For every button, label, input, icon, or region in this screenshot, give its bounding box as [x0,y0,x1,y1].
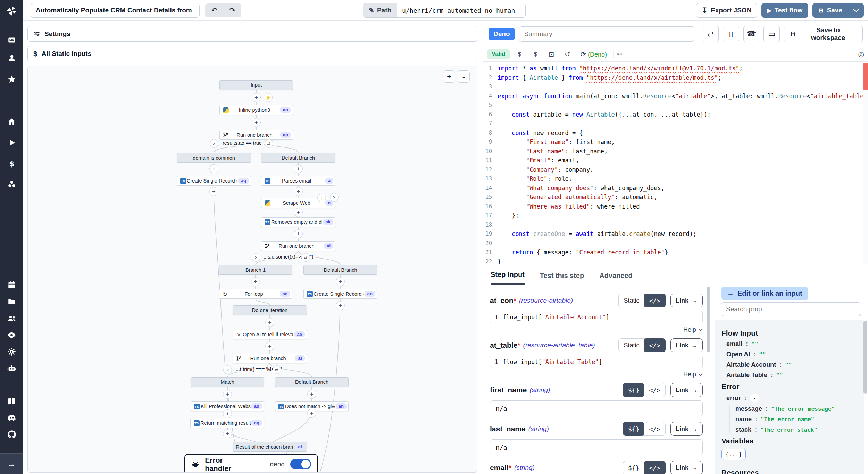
edit-or-link-input-button[interactable]: ← Edit or link an input [721,287,808,300]
code-mode-button[interactable]: </> [644,422,665,435]
prop-scrollbar[interactable] [863,321,867,473]
dollar-icon[interactable]: $ [513,50,526,58]
remove-branch-icon[interactable]: × [223,365,232,374]
add-step-icon[interactable]: + [294,187,303,196]
field-code-editor[interactable]: 1flow_input["Airtable Account"] [490,311,703,323]
flow-node-a[interactable]: TSParses emaila [261,176,335,186]
add-step-icon[interactable]: + [251,277,260,286]
link-button[interactable]: Link → [670,383,703,397]
mobile-view-icon[interactable]: ▯ [723,26,739,42]
swap-branches-icon[interactable]: ⇄ [265,139,273,148]
star-icon[interactable] [0,72,23,86]
graph-zoom-in-button[interactable]: + [443,70,455,83]
code-mode-button[interactable]: </> [644,383,665,397]
flow-node-ak[interactable]: TSRemoves empty and duplicatesak [261,217,335,227]
add-step-icon[interactable]: + [252,93,261,102]
redo-button[interactable]: ↷ [223,3,241,17]
editor-scrollbar[interactable] [863,62,868,264]
code-mode-button[interactable]: </> [644,338,666,352]
field-value-input[interactable]: n/a [490,400,703,416]
fields-scrollbar[interactable] [707,287,710,433]
tab-step-input[interactable]: Step Input [491,271,525,285]
flow-node-aq[interactable]: TSCreate Single Record (Airtable)aq [177,176,251,186]
trigger-lightning-icon[interactable]: ⚡ [264,93,273,102]
move-icon[interactable]: + [317,194,326,202]
prop-item-airtable-table[interactable]: Airtable Table:"" [726,372,864,379]
undo-rotate-icon[interactable]: ↺ [561,50,574,58]
add-step-icon[interactable]: + [223,409,232,418]
save-dropdown-button[interactable] [848,3,864,18]
test-flow-button[interactable]: ▶ Test flow [761,3,808,18]
prop-item-name[interactable]: name:"The error name" [735,416,864,423]
link-button[interactable]: Link → [670,294,703,307]
add-step-icon[interactable]: + [294,229,303,238]
panel-layout-icon[interactable]: ▭ [763,26,780,42]
flow-node-b1[interactable]: Branch 1 [219,265,292,275]
add-step-icon[interactable]: + [252,118,261,127]
flow-node-al[interactable]: Run one branchal [261,241,335,251]
reload-deno-button[interactable]: ⟳ (Deno) [577,50,610,58]
swap-arrows-icon[interactable]: ⇄ [703,26,719,42]
add-step-icon[interactable]: + [294,208,303,217]
link-button[interactable]: Link → [670,338,703,352]
settings-gear-icon[interactable] [0,345,23,358]
export-json-button[interactable]: ↧ Export JSON [696,3,758,18]
code-line[interactable]: 6 const airtable = new Airtable({...at_c… [483,110,868,119]
package-icon[interactable]: ⊡ [545,50,558,58]
code-line[interactable]: 12 "Company": company, [483,165,868,175]
format-brush-icon[interactable]: ✑ [613,50,626,58]
flow-node-defb1[interactable]: Default Branch [261,153,335,163]
static-mode-button[interactable]: Static [619,339,644,352]
remove-branch-icon[interactable]: × [210,139,218,148]
code-line[interactable]: 16 "Where was filled": where_filled [483,202,868,211]
folders-icon[interactable] [0,295,23,308]
phone-incoming-icon[interactable]: ☎ [743,26,760,42]
add-step-icon[interactable]: + [223,390,232,399]
variables-pill-button[interactable]: {...} [721,449,746,460]
flow-node-input[interactable]: Input [219,80,293,90]
prop-item-open-ai[interactable]: Open AI:"" [726,351,864,358]
flow-graph-canvas[interactable]: + - InputInline python3aoRun one brancha… [27,66,477,473]
code-line[interactable]: 18 [483,220,868,230]
code-line[interactable]: 13 "Role": role, [483,174,868,184]
add-step-icon[interactable]: + [265,342,274,351]
error-handler-toggle[interactable] [290,459,311,469]
swap-branches-icon[interactable]: ⇄ [273,365,281,374]
prop-item-message[interactable]: message:"The error message" [735,405,864,413]
prop-item-error[interactable]: error:- [726,394,864,402]
path-value[interactable]: u/henri/crm_automated_no_human [397,3,525,17]
add-step-icon[interactable]: + [336,301,345,310]
flow-title-input[interactable] [31,3,200,18]
tab-advanced[interactable]: Advanced [599,272,633,285]
code-line[interactable]: 8 const new_record = { [483,128,868,138]
focus-target-icon[interactable]: ◎ [858,50,864,58]
code-line[interactable]: 2import { Airtable } from "https://deno.… [483,73,868,83]
field-value-input[interactable]: n/a [490,439,703,455]
home-icon[interactable] [0,115,23,129]
code-mode-button[interactable]: </> [644,461,666,474]
prop-item-airtable-account[interactable]: Airtable Account:"" [726,361,864,369]
code-line[interactable]: 5 [483,101,868,110]
runs-play-icon[interactable] [0,136,23,150]
add-step-icon[interactable]: + [307,390,316,399]
code-line[interactable]: 15 "Generated automatically": automatic, [483,193,868,202]
prop-search-input[interactable] [721,302,861,316]
flow-node-defb2[interactable]: Default Branch [303,265,377,275]
code-line[interactable]: 4export async function main(at_con: wmil… [483,92,868,101]
settings-panel-button[interactable]: Settings [27,26,477,42]
flow-node-domain[interactable]: domain is common [177,153,251,163]
groups-users-icon[interactable] [0,311,23,325]
code-editor[interactable]: 1import * as wmill from "https://deno.la… [483,62,868,264]
add-step-icon[interactable]: + [209,164,218,173]
resources-spinner-icon[interactable] [0,177,23,191]
collapse-sidebar-arrow-icon[interactable]: → [0,453,23,474]
flow-node-defb3[interactable]: Default Branch [275,377,349,387]
graph-zoom-out-button[interactable]: - [458,70,470,83]
add-step-icon[interactable]: + [223,429,232,438]
save-button[interactable]: Save [812,3,848,18]
swap-branches-icon[interactable]: ⇄ [301,253,310,262]
code-line[interactable]: 20 [483,239,868,248]
tab-test-this-step[interactable]: Test this step [540,272,584,285]
flow-node-doone[interactable]: Do one iteration [233,305,307,315]
code-line[interactable]: 17 }; [483,211,868,220]
